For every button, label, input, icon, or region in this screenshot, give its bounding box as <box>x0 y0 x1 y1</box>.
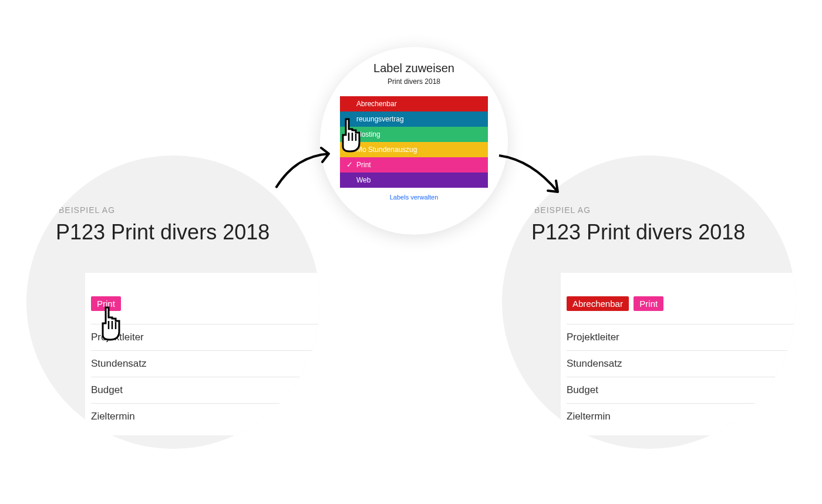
row-deadline-label: Zieltermin <box>567 411 611 422</box>
row-rate-label: Stundensatz <box>91 358 147 370</box>
label-option-abrechenbar[interactable]: Abrechenbar <box>340 96 488 111</box>
tags-row: Abrechenbar Print <box>567 296 796 311</box>
check-icon: ✓ <box>345 157 354 172</box>
label-text: Print <box>356 161 371 169</box>
row-leader-label: Projektleiter <box>567 332 619 343</box>
label-option-web[interactable]: Web <box>340 172 488 188</box>
project-title: P123 Print divers 2018 <box>56 220 269 245</box>
tags-row: Print <box>91 296 320 311</box>
project-panel-before: BEISPIEL AG P123 Print divers 2018 Print… <box>26 155 320 449</box>
company-name: BEISPIEL AG <box>59 205 115 215</box>
company-name: BEISPIEL AG <box>534 205 591 215</box>
label-option-print[interactable]: ✓ Print <box>340 157 488 172</box>
popover-title: Label zuweisen <box>320 62 508 75</box>
project-card: Abrechenbar Print Projektleiter Sandra S… <box>561 273 796 435</box>
project-title: P123 Print divers 2018 <box>531 220 745 245</box>
label-text: Web <box>356 176 370 184</box>
row-budget-label: Budget <box>91 384 123 396</box>
row-rate-label: Stundensatz <box>567 358 622 370</box>
label-text: Mo Stundenauszug <box>356 146 417 154</box>
label-text: Abrechenbar <box>356 100 397 108</box>
pointer-cursor-icon <box>96 306 124 341</box>
tag-print[interactable]: Print <box>634 296 663 311</box>
row-budget-label: Budget <box>567 384 598 396</box>
flow-arrow-icon <box>496 150 567 205</box>
tag-abrechenbar[interactable]: Abrechenbar <box>567 296 629 311</box>
flow-arrow-icon <box>273 147 338 196</box>
project-card: Print Projektleiter Sandra Se Stundensat… <box>85 273 320 435</box>
stage: BEISPIEL AG P123 Print divers 2018 Print… <box>0 0 822 504</box>
popover-subtitle: Print divers 2018 <box>320 77 508 86</box>
pointer-cursor-icon <box>336 117 364 153</box>
manage-labels-link[interactable]: Labels verwalten <box>320 194 508 201</box>
row-deadline-label: Zieltermin <box>91 411 135 422</box>
